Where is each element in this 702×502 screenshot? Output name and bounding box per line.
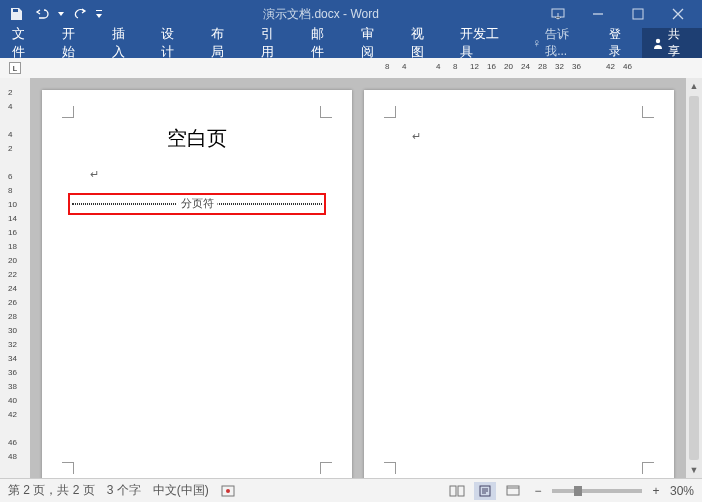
zoom-out-button[interactable]: − — [530, 484, 546, 498]
tab-layout[interactable]: 布局 — [199, 28, 249, 58]
zoom-level[interactable]: 30% — [670, 484, 694, 498]
crop-mark — [384, 462, 396, 474]
page-break-highlight: 分页符 — [68, 193, 326, 215]
save-icon[interactable] — [4, 2, 28, 26]
crop-mark — [642, 462, 654, 474]
share-button[interactable]: 共享 — [642, 28, 702, 58]
close-icon[interactable] — [658, 2, 698, 26]
page-1[interactable]: 空白页 ↵ 分页符 — [42, 90, 352, 478]
zoom-in-button[interactable]: + — [648, 484, 664, 498]
crop-mark — [62, 462, 74, 474]
view-web-icon[interactable] — [502, 482, 524, 500]
paragraph-mark: ↵ — [90, 168, 352, 181]
document-canvas[interactable]: 空白页 ↵ 分页符 ↵ — [30, 78, 686, 478]
ribbon-options-icon[interactable] — [538, 2, 578, 26]
document-heading[interactable]: 空白页 — [42, 125, 352, 152]
status-words[interactable]: 3 个字 — [107, 482, 141, 499]
svg-point-2 — [656, 39, 660, 43]
svg-rect-6 — [458, 486, 464, 496]
crop-mark — [62, 106, 74, 118]
status-page[interactable]: 第 2 页，共 2 页 — [8, 482, 95, 499]
scroll-down-icon[interactable]: ▼ — [686, 462, 702, 478]
undo-icon[interactable] — [30, 2, 54, 26]
horizontal-ruler-row: L 8448121620242832364246 — [0, 58, 702, 78]
crop-mark — [384, 106, 396, 118]
tab-file[interactable]: 文件 — [0, 28, 50, 58]
qat-customize-icon[interactable] — [94, 10, 104, 18]
zoom-thumb[interactable] — [574, 486, 582, 496]
vertical-ruler[interactable]: 2442681014161820222426283032343638404246… — [0, 78, 30, 478]
page-break-label: 分页符 — [177, 196, 218, 211]
view-print-icon[interactable] — [474, 482, 496, 500]
status-lang[interactable]: 中文(中国) — [153, 482, 209, 499]
page-2[interactable]: ↵ — [364, 90, 674, 478]
tab-home[interactable]: 开始 — [50, 28, 100, 58]
tab-review[interactable]: 审阅 — [349, 28, 399, 58]
crop-mark — [642, 106, 654, 118]
svg-rect-8 — [507, 486, 519, 495]
redo-icon[interactable] — [68, 2, 92, 26]
crop-mark — [320, 106, 332, 118]
undo-dropdown-icon[interactable] — [56, 11, 66, 17]
macro-icon[interactable] — [221, 484, 235, 498]
login-button[interactable]: 登录 — [599, 26, 643, 60]
share-label: 共享 — [668, 26, 692, 60]
tab-view[interactable]: 视图 — [399, 28, 449, 58]
svg-rect-1 — [633, 9, 643, 19]
lightbulb-icon: ♀ — [532, 36, 541, 50]
scroll-thumb[interactable] — [689, 96, 699, 460]
horizontal-ruler[interactable]: 8448121620242832364246 — [30, 58, 702, 78]
crop-mark — [320, 462, 332, 474]
paragraph-mark: ↵ — [412, 130, 674, 143]
svg-point-4 — [226, 489, 230, 493]
quick-access-toolbar — [4, 2, 104, 26]
minimize-icon[interactable] — [578, 2, 618, 26]
title-bar: 演示文档.docx - Word — [0, 0, 702, 28]
window-title: 演示文档.docx - Word — [104, 6, 538, 23]
ruler-corner[interactable]: L — [0, 58, 30, 78]
tab-mailings[interactable]: 邮件 — [299, 28, 349, 58]
tell-me[interactable]: ♀告诉我... — [524, 26, 598, 60]
tab-developer[interactable]: 开发工具 — [448, 28, 524, 58]
work-area: 2442681014161820222426283032343638404246… — [0, 78, 702, 478]
svg-rect-5 — [450, 486, 456, 496]
zoom-slider[interactable] — [552, 489, 642, 493]
tell-me-label: 告诉我... — [545, 26, 590, 60]
status-bar: 第 2 页，共 2 页 3 个字 中文(中国) − + 30% — [0, 478, 702, 502]
maximize-icon[interactable] — [618, 2, 658, 26]
page-break-line: 分页符 — [72, 203, 322, 205]
view-read-icon[interactable] — [446, 482, 468, 500]
person-icon — [652, 37, 664, 49]
tab-insert[interactable]: 插入 — [100, 28, 150, 58]
vertical-scrollbar[interactable]: ▲ ▼ — [686, 78, 702, 478]
scroll-up-icon[interactable]: ▲ — [686, 78, 702, 94]
window-controls — [538, 2, 698, 26]
tab-design[interactable]: 设计 — [149, 28, 199, 58]
tab-references[interactable]: 引用 — [249, 28, 299, 58]
ribbon-tabs: 文件 开始 插入 设计 布局 引用 邮件 审阅 视图 开发工具 ♀告诉我... … — [0, 28, 702, 58]
